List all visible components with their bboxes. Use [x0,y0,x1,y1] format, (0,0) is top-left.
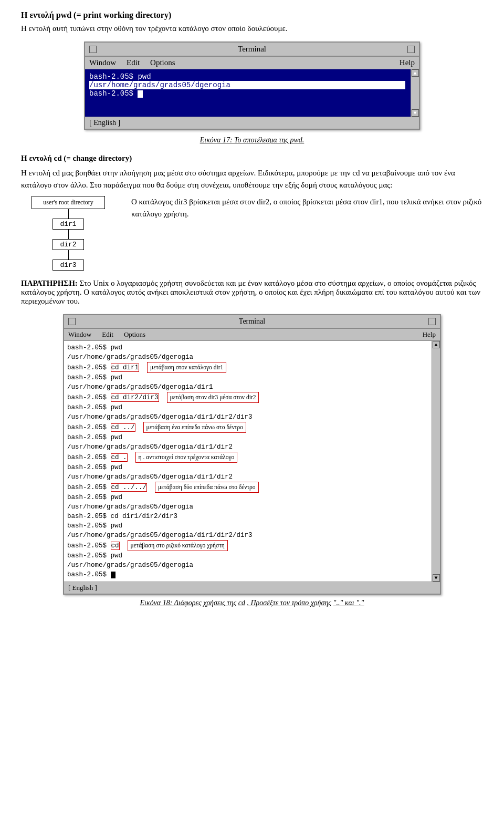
terminal-1-menu-options[interactable]: Options [150,58,175,67]
terminal-1-langbar: [ English ] [85,117,419,129]
terminal-1-btn-left[interactable] [89,46,97,53]
t2-line-24: bash-2.05$ [67,570,427,579]
t2-line-16: bash-2.05$ pwd [67,493,427,502]
terminal-2-menubar: Window Edit Options Help [64,329,440,341]
t2-line-1: bash-2.05$ pwd [67,343,427,352]
caption-2-cmd: cd [238,599,245,607]
t2-line-4: bash-2.05$ pwd [67,373,427,382]
terminal-2-menu-window[interactable]: Window [68,330,91,339]
caption-2: Εικόνα 18: Διάφορες χρήσεις της cd . Προ… [21,599,483,607]
t2-line-22: bash-2.05$ pwd [67,551,427,561]
note-title: ΠΑΡΑΤΗΡΗΣΗ: [21,279,78,287]
tree-diagram: user's root directory dir1 dir2 dir3 [21,196,116,271]
t2-cmd-cd-alone: cd [111,542,120,550]
t2-cmd-dot: cd . [111,453,128,462]
diagram-area: user's root directory dir1 dir2 dir3 Ο κ… [21,196,483,271]
tree-dir1-box: dir1 [52,219,84,230]
terminal-1-content: bash-2.05$ pwd /usr/home/grads/grads05/d… [85,69,419,117]
caption-2-prefix: Εικόνα 18: Διάφορες χρήσεις της [140,599,236,607]
page-title: Η εντολή pwd (= print working directory) [21,11,483,20]
t2-line-17: /usr/home/grads/grads05/dgerogia [67,502,427,512]
terminal-1-btn-right[interactable] [407,46,415,53]
terminal-2-titlebar: Terminal [64,315,440,329]
t2-line-18: bash-2.05$ cd dir1/dir2/dir3 [67,512,427,521]
caption-2-end: ".." και "." [333,599,364,607]
t2-line-14: /usr/home/grads/grads05/dgerogia/dir1/di… [67,472,427,482]
terminal-1-menubar: Window Edit Options Help [85,57,419,69]
t2-line-19: bash-2.05$ pwd [67,521,427,531]
t2-line-23: /usr/home/grads/grads05/dgerogia [67,561,427,570]
terminal-1-line-2-highlight: /usr/home/grads/grads05/dgerogia [89,81,405,89]
t2-line-15: bash-2.05$ cd ../../ μετάβαση δύο επίπεδ… [67,482,427,493]
terminal-1-cursor [138,90,143,98]
t2-cursor [111,572,116,578]
terminal-2-menu-help[interactable]: Help [423,330,436,339]
t2-cmd-dotdot1: cd ../ [111,423,135,432]
note-section: ΠΑΡΑΤΗΡΗΣΗ: Στο Unix ο λογαριασμός χρήστ… [21,279,483,306]
intro-text: Η εντολή αυτή τυπώνει στην οθόνη τον τρέ… [21,24,483,33]
t2-line-20: /usr/home/grads/grads05/dgerogia/dir1/di… [67,531,427,540]
tree-vert-1 [68,209,69,219]
t2-annot-6: μετάβαση στο ριζικό κατάλογο χρήστη [128,540,228,551]
t2-scroll-up[interactable]: ▲ [433,341,440,348]
t2-annot-1: μετάβαση στον κατάλογο dir1 [147,362,226,373]
tree-dir3-box: dir3 [52,260,84,271]
terminal-1-menu-window[interactable]: Window [89,58,116,67]
terminal-1-title: Terminal [97,45,407,54]
terminal-2-content: bash-2.05$ pwd /usr/home/grads/grads05/d… [64,341,440,582]
caption-2-suffix: . Προσέξτε τον τρόπο χρήσης [247,599,331,607]
t2-line-12: bash-2.05$ cd . η . αντιστοιχεί στον τρέ… [67,452,427,463]
t2-line-10: bash-2.05$ pwd [67,433,427,442]
t2-annot-5: μετάβαση δύο επίπεδα πάνω στο δέντρο [155,482,259,493]
terminal-2-menu-edit[interactable]: Edit [102,330,113,339]
terminal-2-scrollbar[interactable]: ▲ ▼ [432,341,440,582]
caption-1: Εικόνα 17: Το αποτέλεσμα της pwd. [21,136,483,144]
terminal-2-menu-options[interactable]: Options [124,330,145,339]
t2-line-6: bash-2.05$ cd dir2/dir3 μετάβαση στον di… [67,392,427,403]
terminal-2-title: Terminal [76,317,428,326]
terminal-1-line-3: bash-2.05$ [89,89,405,98]
t2-annot-3: μετάβαση ένα επίπεδο πάνω στο δέντρο [143,422,246,433]
t2-line-11: /usr/home/grads/grads05/dgerogia/dir1/di… [67,442,427,452]
t2-line-7: bash-2.05$ pwd [67,403,427,412]
terminal-1-menu-edit[interactable]: Edit [127,58,140,67]
scroll-up-btn[interactable]: ▲ [412,69,419,77]
tree-vert-3 [68,250,69,260]
t2-line-13: bash-2.05$ pwd [67,463,427,472]
t2-line-5: /usr/home/grads/grads05/dgerogia/dir1 [67,382,427,392]
t2-line-2: /usr/home/grads/grads05/dgerogia [67,352,427,362]
terminal-1-menu-help[interactable]: Help [400,58,415,67]
note-text: Στο Unix ο λογαριασμός χρήστη συνοδεύετα… [21,279,480,305]
t2-scroll-down[interactable]: ▼ [433,574,440,582]
terminal-2-btn-left[interactable] [68,318,76,325]
t2-line-9: bash-2.05$ cd ../ μετάβαση ένα επίπεδο π… [67,422,427,433]
tree-dir2-box: dir2 [52,239,84,250]
t2-line-21: bash-2.05$ cd μετάβαση στο ριζικό κατάλο… [67,540,427,551]
tree-vert-2 [68,230,69,239]
terminal-2-btn-right[interactable] [428,318,436,325]
scroll-down-btn[interactable]: ▼ [412,109,419,117]
terminal-1-line-1: bash-2.05$ pwd [89,72,405,81]
terminal-1-scrollbar[interactable]: ▲ ▼ [411,69,419,117]
section-2-text: Η εντολή cd μας βοηθάει στην πλοήγηση μα… [21,167,483,191]
terminal-1-titlebar: Terminal [85,43,419,57]
section-2-title: Η εντολή cd (= change directory) [21,154,483,163]
tree-root-box: user's root directory [32,196,105,209]
t2-cmd-dir23: cd dir2/dir3 [111,393,159,402]
t2-line-8: /usr/home/grads/grads05/dgerogia/dir1/di… [67,412,427,422]
t2-annot-2: μετάβαση στον dir3 μέσα στον dir2 [167,392,259,403]
t2-cmd-dotdot2: cd ../../ [111,483,148,492]
t2-line-3: bash-2.05$ cd dir1 μετάβαση στον κατάλογ… [67,362,427,373]
terminal-2-langbar: [ English ] [64,582,440,594]
terminal-window-1: Terminal Window Edit Options Help bash-2… [84,42,420,130]
t2-annot-4: η . αντιστοιχεί στον τρέχοντα κατάλογο [135,452,238,463]
t2-cmd-dir1: cd dir1 [111,364,140,372]
diagram-description: Ο κατάλογος dir3 βρίσκεται μέσα στον dir… [131,196,483,220]
terminal-window-2: Terminal Window Edit Options Help bash-2… [63,314,441,595]
